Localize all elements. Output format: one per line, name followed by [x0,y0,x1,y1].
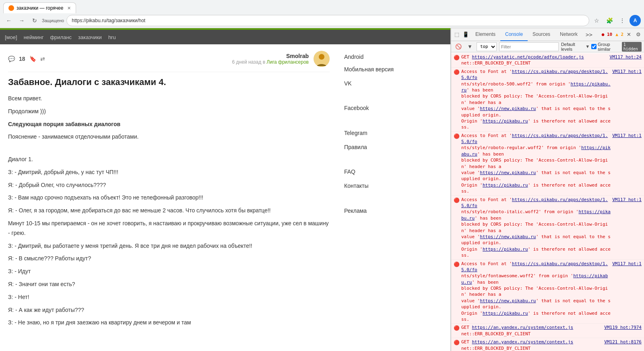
sidebar-row-rules: Правила FAQ [344,141,444,178]
sidebar-link-mobile[interactable]: Мобильная версия [344,63,444,76]
nav-item-naming[interactable]: нейминг [24,34,44,40]
sidebar-links: Android Мобильная версия VK Facebook Tel… [344,51,444,217]
log-text: GET https://an.yandex.ru/system/context.… [461,339,603,351]
share-button[interactable]: ⇄ [40,56,45,62]
content-wrapper: 💬 18 🔖 ⇄ Smolrab 6 дней назад в Лига фри… [0,44,450,337]
body-line-6: З: - Дмитрий, добрый день, у нас тут ЧП!… [8,168,330,177]
svg-point-1 [319,54,324,60]
sidebar-row-social: VK Facebook Telegram [344,77,444,139]
log-source: VM117 hot:1 [612,197,642,203]
body-line-4: Пояснение - занимаемся отделочными работ… [8,132,330,142]
sidebar-link-contacts[interactable]: Контакты [344,180,444,192]
log-text: GET https://an.yandex.ru/system/context.… [461,324,603,337]
body-line-5: Диалог 1. [8,155,330,164]
devtools-toolbar: 🚫 ▼ top Default levels ▼ Group similar 1… [451,41,644,52]
sidebar-link-telegram[interactable]: Telegram [344,127,444,139]
tab-bar: заказчики — горячее ✕ [0,0,644,13]
log-entry: 🔴 Access to Font at 'https://cs.pikabu.r… [451,196,644,260]
devtools-panel: ⬚ 📱 Elements Console Sources Network >> … [451,28,644,351]
tab-favicon [8,5,14,11]
log-source: VM117 hot:1 [612,69,642,75]
log-entry: 🔴 Access to Font at 'https://cs.pikabu.r… [451,260,644,324]
body-line-1: Всем привет. [8,94,330,104]
levels-dropdown-icon[interactable]: ▼ [586,44,589,49]
bookmark-button[interactable]: ☆ [591,15,602,26]
tab-close-button[interactable]: ✕ [67,6,71,11]
sidebar-link-facebook[interactable]: Facebook [344,102,444,114]
sidebar-link-rules[interactable]: Правила [344,141,444,154]
log-text: Access to Font at 'https://cs.pikabu.ru/… [461,69,611,131]
settings-button[interactable]: ⋮ [617,15,628,26]
warn-count-badge: ▲ 2 [615,32,623,37]
profile-icon[interactable]: A [630,15,641,26]
error-icon: 🔴 [454,54,460,61]
sidebar-link-faq[interactable]: FAQ [344,166,444,178]
filter-toggle-button[interactable]: ▼ [466,43,474,50]
body-line-8: З: - Вам надо срочно подъехать на объект… [8,193,330,203]
comment-count: 18 [19,56,25,62]
devtools-close-button[interactable]: ✕ [625,31,633,38]
group-similar-label[interactable]: Group similar [591,42,619,52]
page-nav: [мое] нейминг фриланс заказчики hru [0,30,450,44]
log-text: Access to Font at 'https://cs.pikabu.ru/… [461,133,611,195]
log-link[interactable]: https://yastatic.net/pcode/adfox/loader.… [472,54,584,60]
post-header: 💬 18 🔖 ⇄ Smolrab 6 дней назад в Лига фри… [8,51,330,72]
tab-console[interactable]: Console [500,28,528,41]
devtools-settings-button[interactable]: ⚙ [634,31,642,38]
log-entry: 🔴 Access to Font at 'https://cs.pikabu.r… [451,132,644,196]
devtools-device-button[interactable]: 📱 [461,31,471,38]
sidebar-link-vk[interactable]: VK [344,77,444,90]
more-tabs-button[interactable]: >> [582,31,596,38]
devtools-tabs: ⬚ 📱 Elements Console Sources Network >> … [451,28,644,41]
comment-button[interactable]: 💬 [8,56,15,62]
body-line-7: Я: - Добрый Олег, что случилось???? [8,181,330,190]
extensions-button[interactable]: 🧩 [604,15,615,26]
nav-item-customers[interactable]: заказчики [78,34,102,40]
body-line-3: Следующая порция забавных диалогов [8,120,330,129]
body-line-2: Продолжим ))) [8,107,330,116]
post-community[interactable]: Лига фрилансеров [266,59,309,65]
forward-button[interactable]: → [16,15,27,26]
nav-item-freelance[interactable]: фриланс [50,34,72,40]
body-line-16: Я: - А как же идут работы??? [8,305,330,315]
error-icon: 🔴 [454,133,460,140]
sidebar-link-ads[interactable]: Реклама [344,205,444,217]
tab-network[interactable]: Network [555,28,582,41]
author-info: Smolrab 6 дней назад в Лига фрилансеров [232,53,309,65]
article-area: 💬 18 🔖 ⇄ Smolrab 6 дней назад в Лига фри… [0,44,338,337]
post-date: 6 дней назад [232,59,262,65]
article-body: Всем привет. Продолжим ))) Следующая пор… [8,94,330,328]
back-button[interactable]: ← [3,15,14,26]
error-icon: 🔴 [454,325,460,332]
error-icon: 🔴 [454,339,460,346]
sidebar-right: Android Мобильная версия VK Facebook Tel… [338,44,450,337]
body-line-15: З: - Нет! [8,293,330,302]
group-similar-checkbox[interactable] [591,44,597,49]
nav-item-moe[interactable]: [мое] [5,34,17,40]
post-actions: 💬 18 🔖 ⇄ [8,56,45,62]
body-line-11: З: - Дмитрий, вы работаете у меня третий… [8,241,330,251]
nav-item-hru[interactable]: hru [108,34,116,40]
log-text: Access to Font at 'https://cs.pikabu.ru/… [461,197,611,259]
devtools-inspect-button[interactable]: ⬚ [453,31,461,38]
tab-elements[interactable]: Elements [471,28,500,41]
log-entry: 🔴 Access to Font at 'https://cs.pikabu.r… [451,68,644,132]
post-in-label: в [263,59,267,65]
devtools-content[interactable]: 🔴 GET https://yastatic.net/pcode/adfox/l… [451,52,644,351]
body-line-9: Я: - Олег, я за городом, мне добираться … [8,206,330,216]
sidebar-row-contacts: Контакты Реклама [344,180,444,217]
address-input[interactable] [66,15,589,26]
sidebar-link-android[interactable]: Android [344,51,444,63]
browser-tab[interactable]: заказчики — горячее ✕ [3,2,76,13]
reload-button[interactable]: ↻ [29,15,40,26]
filter-input[interactable] [499,42,559,51]
author-avatar [314,51,330,67]
bookmark-post-button[interactable]: 🔖 [29,56,36,62]
sidebar-row-android: Android Мобильная версия [344,51,444,76]
context-select[interactable]: top [477,42,497,51]
tab-sources[interactable]: Sources [528,28,555,41]
body-line-10: Минут 10-15 мы препираемся - он не хочет… [8,219,330,238]
log-entry: 🔴 GET https://an.yandex.ru/system/contex… [451,324,644,338]
clear-console-button[interactable]: 🚫 [454,43,463,50]
secure-label: Защищено [42,18,64,23]
